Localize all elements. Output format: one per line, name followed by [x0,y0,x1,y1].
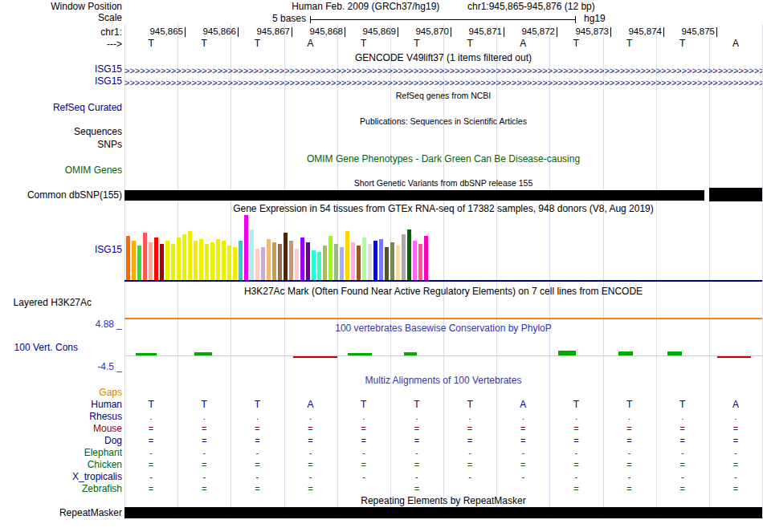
conservation-baseline [124,355,762,356]
alignment-symbol: - [309,472,312,482]
gtex-tissue-bar [424,236,428,281]
gencode-item-label-1[interactable]: ISG15 [95,64,122,75]
multiz-species-rhesus[interactable]: Rhesus [89,412,122,422]
gtex-tissue-bar [199,239,203,281]
gtex-tissue-bar [328,236,333,281]
gencode-item-label-2[interactable]: ISG15 [95,76,122,87]
ruler-tick [238,27,239,37]
isg15-transcript-2[interactable]: >>>>>>>>>>>>>>>>>>>>>>>>>>>>>>>>>>>>>>>>… [124,78,762,87]
phylop-title[interactable]: 100 vertebrates Basewise Conservation by… [124,323,762,334]
gtex-tissue-bar [194,241,198,281]
publications-title[interactable]: Publications: Sequences in Scientific Ar… [124,116,762,127]
multiz-species-mouse[interactable]: Mouse [93,424,122,434]
gtex-tissue-bar [137,246,141,281]
multiz-species-dog[interactable]: Dog [104,436,122,446]
gencode-title[interactable]: GENCODE V49lift37 (1 items filtered out) [124,53,762,63]
assembly-text: Human Feb. 2009 (GRCh37/hg19) [292,1,439,12]
alignment-symbol: . [362,412,365,422]
ruler-tick [663,27,664,37]
gtex-tissue-bar [407,229,411,281]
assembly-short-text: hg19 [584,14,606,23]
ruler-tick [185,27,186,37]
alignment-symbol: - [468,448,471,458]
base-letter: T [679,39,685,49]
conservation-mark [667,351,682,355]
alignment-symbol: = [520,436,525,446]
ruler-position: 945,867 [256,26,290,36]
refseq-curated-label[interactable]: RefSeq Curated [53,103,122,113]
alignment-symbol: = [255,436,259,446]
alignment-symbol: = [573,484,578,494]
multiz-title[interactable]: Multiz Alignments of 100 Vertebrates [124,376,762,386]
phylop-track-label[interactable]: 100 Vert. Cons [14,343,78,353]
gtex-tissue-bar [334,244,338,281]
alignment-symbol: = [149,436,153,446]
gtex-tissue-bar [188,231,192,281]
gtex-tissue-bar [300,238,304,281]
multiz-species-gaps[interactable]: Gaps [99,388,122,398]
alignment-symbol: = [467,424,472,434]
dbsnp-label[interactable]: Common dbSNP(155) [27,190,122,201]
gtex-tissue-bar [357,246,361,281]
omim-title[interactable]: OMIM Gene Phenotypes - Dark Green Can Be… [124,154,762,164]
multiz-species-elephant[interactable]: Elephant [84,448,122,458]
gtex-tissue-bar [255,249,259,281]
gtex-tissue-bar [402,234,406,281]
gtex-tissue-bar [210,242,214,281]
ruler-position: 945,870 [415,26,449,36]
alignment-symbol: = [680,424,685,434]
alignment-symbol: - [628,448,631,458]
gtex-tissue-bar [267,239,271,281]
base-letter: A [520,39,526,49]
alignment-symbol: - [362,448,365,458]
gtex-tissue-bar [272,242,276,281]
alignment-symbol: = [202,484,206,494]
gtex-tissue-bar [205,244,209,281]
window-position-label: Window Position [51,2,122,12]
multiz-species-human[interactable]: Human [91,400,122,410]
omim-genes-label[interactable]: OMIM Genes [65,165,122,176]
gtex-tissue-bar [385,247,389,281]
h3k27ac-label[interactable]: Layered H3K27Ac [14,298,92,308]
multiz-species-chicken[interactable]: Chicken [88,460,122,470]
conservation-mark [348,353,372,355]
alignment-symbol: = [255,484,259,494]
scale-bar-left-tick [310,16,311,23]
repeatmasker-title[interactable]: Repeating Elements by RepeatMasker [124,496,762,506]
alignment-symbol: . [681,412,683,422]
alignment-symbol: A [308,400,314,410]
repeatmasker-label[interactable]: RepeatMasker [59,508,122,518]
alignment-symbol: - [415,448,418,458]
gtex-gene-label[interactable]: ISG15 [95,245,122,255]
alignment-symbol: = [467,436,472,446]
gtex-title[interactable]: Gene Expression in 54 tissues from GTEx … [124,204,762,214]
refseq-title[interactable]: RefSeq genes from NCBI [124,91,762,101]
sequences-label[interactable]: Sequences [74,127,122,137]
base-letter: T [467,39,472,49]
gtex-tissue-bar [284,233,288,281]
gtex-tissue-bar [160,244,164,281]
alignment-symbol: = [733,436,738,446]
alignment-symbol: - [521,472,524,482]
alignment-symbol: . [522,412,524,422]
multiz-species-zebrafish[interactable]: Zebrafish [82,484,122,494]
gtex-tissue-bar [306,242,310,281]
base-letter: T [414,39,419,49]
gtex-tissue-bar [250,229,254,281]
h3k27ac-title[interactable]: H3K27Ac Mark (Often Found Near Active Re… [124,286,762,297]
base-letter: A [732,39,739,49]
conservation-mark [293,356,337,358]
alignment-symbol: = [308,436,312,446]
ruler-tick [398,27,398,37]
alignment-symbol: = [202,424,206,434]
conservation-mark [194,352,212,355]
dbsnp-title[interactable]: Short Genetic Variants from dbSNP releas… [124,178,762,189]
ruler-tick [557,27,557,37]
isg15-transcript-1[interactable]: >>>>>>>>>>>>>>>>>>>>>>>>>>>>>>>>>>>>>>>>… [124,66,762,75]
alignment-symbol: - [309,448,312,458]
snps-label[interactable]: SNPs [97,140,122,150]
alignment-symbol: - [256,448,259,458]
gtex-tissue-bar [227,246,231,281]
multiz-species-x_tropicalis[interactable]: X_tropicalis [72,472,122,482]
ruler-tick [504,27,504,37]
